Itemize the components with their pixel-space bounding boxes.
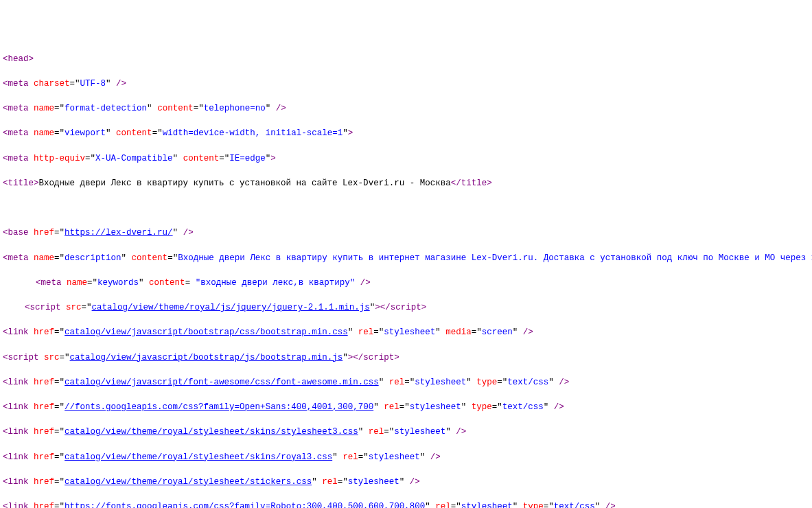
script-link[interactable]: catalog/view/theme/royal/js/jquery/jquer… <box>92 303 370 312</box>
meta-description: <meta name="description" content="Входны… <box>3 252 809 264</box>
blank-line <box>3 202 809 214</box>
meta-compatible: <meta http-equiv="X-UA-Compatible" conte… <box>3 152 809 165</box>
source-root: <head> <meta charset="UTF-8" /> <meta na… <box>3 53 809 509</box>
link-stylesheet3: <link href="catalog/view/theme/royal/sty… <box>3 426 809 438</box>
meta-format-detection: <meta name="format-detection" content="t… <box>3 102 809 115</box>
title-tag: <title>Входные двери Лекс в квартиру куп… <box>3 177 809 189</box>
head-open: <head> <box>3 53 809 65</box>
base-link[interactable]: https://lex-dveri.ru/ <box>65 228 173 238</box>
link-royal3: <link href="catalog/view/theme/royal/sty… <box>3 451 809 463</box>
link-opensans: <link href="//fonts.googleapis.com/css?f… <box>3 401 809 413</box>
link-stickers: <link href="catalog/view/theme/royal/sty… <box>3 476 809 488</box>
script-jquery: <script src="catalog/view/theme/royal/js… <box>25 301 809 314</box>
script-bootstrap-js: <script src="catalog/view/javascript/boo… <box>3 351 809 364</box>
meta-viewport: <meta name="viewport" content="width=dev… <box>3 127 809 139</box>
meta-charset: <meta charset="UTF-8" /> <box>3 78 809 90</box>
link-roboto: <link href="https://fonts.googleapis.com… <box>3 500 809 508</box>
base-tag: <base href="https://lex-dveri.ru/" /> <box>3 227 809 239</box>
link-bootstrap-css: <link href="catalog/view/javascript/boot… <box>3 326 809 338</box>
link-fontawesome: <link href="catalog/view/javascript/font… <box>3 376 809 389</box>
meta-keywords: <meta name="keywords" content= "входные … <box>36 277 809 289</box>
